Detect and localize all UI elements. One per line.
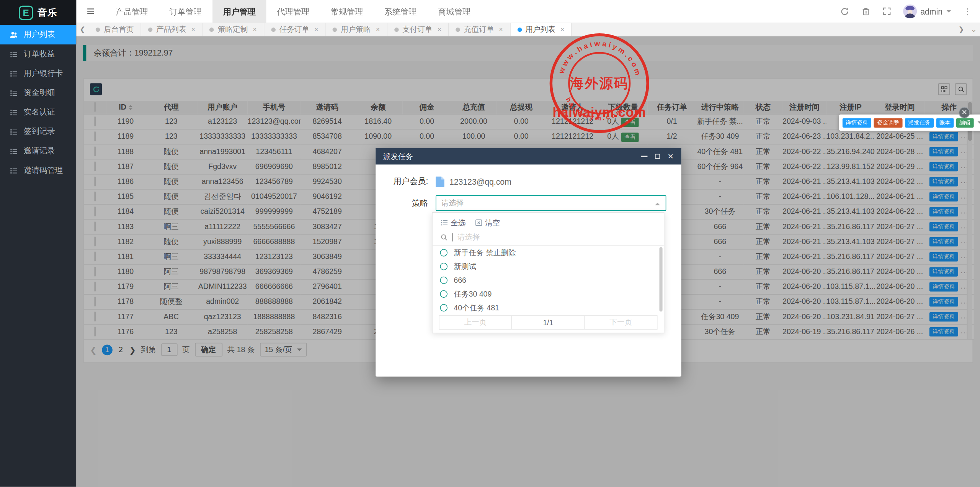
popup-button-编辑[interactable]: 编辑 [956, 118, 974, 127]
chevron-up-icon [655, 200, 660, 205]
trash-icon[interactable] [861, 7, 870, 16]
topnav-item-系统管理[interactable]: 系统管理 [374, 0, 427, 23]
chevron-down-icon [946, 10, 951, 15]
username-label: admin [920, 7, 942, 16]
dropdown-search-input[interactable]: 请选择 [433, 229, 664, 246]
sidebar-item-label: 用户列表 [24, 30, 55, 40]
radio-icon[interactable] [440, 249, 448, 257]
radio-icon[interactable] [440, 277, 448, 284]
user-menu[interactable]: admin [903, 4, 951, 18]
file-icon [436, 176, 444, 187]
minimize-icon[interactable] [641, 156, 647, 157]
clear-icon [475, 219, 483, 226]
tab-支付订单[interactable]: 支付订单× [387, 23, 449, 36]
strategy-option[interactable]: 666 [433, 273, 659, 287]
tabs-scroll-right-icon[interactable]: ❯ [955, 23, 968, 36]
strategy-option[interactable]: 40个任务 481 [433, 301, 659, 315]
sidebar-item-签到记录[interactable]: 签到记录 [0, 122, 76, 141]
tab-dot-icon [517, 27, 521, 31]
tab-任务订单[interactable]: 任务订单× [264, 23, 326, 36]
popup-button-账本[interactable]: 账本 [936, 118, 954, 127]
tab-dot-icon [394, 27, 399, 31]
modal-title: 派发任务 [383, 151, 413, 162]
sidebar-item-label: 实名认证 [24, 107, 55, 118]
tab-label: 产品列表 [156, 24, 186, 35]
search-placeholder: 请选择 [457, 232, 480, 243]
modal-titlebar[interactable]: 派发任务 ✕ [376, 148, 681, 164]
tab-close-icon[interactable]: × [499, 26, 503, 33]
radio-icon[interactable] [440, 290, 448, 298]
sidebar-item-邀请记录[interactable]: 邀请记录 [0, 141, 76, 161]
list-icon [9, 50, 18, 59]
tab-dot-icon [333, 27, 337, 31]
sidebar-item-用户银行卡[interactable]: 用户银行卡 [0, 64, 76, 84]
text-cursor [452, 233, 453, 241]
dropdown-prev-button[interactable]: 上一页 [439, 316, 511, 329]
topnav-item-用户管理[interactable]: 用户管理 [212, 0, 266, 23]
tab-close-icon[interactable]: × [560, 26, 565, 33]
tab-用户列表[interactable]: 用户列表× [510, 23, 572, 36]
sidebar-item-用户列表[interactable]: 用户列表 [0, 25, 76, 44]
menu-toggle-icon[interactable] [86, 7, 95, 16]
topnav-item-代理管理[interactable]: 代理管理 [266, 0, 320, 23]
popup-button-资金调整[interactable]: 资金调整 [874, 118, 902, 127]
strategy-option[interactable]: 新手任务 禁止删除 [433, 246, 659, 260]
maximize-icon[interactable] [655, 154, 660, 159]
strategy-option-label: 40个任务 481 [454, 302, 499, 313]
tab-产品列表[interactable]: 产品列表× [141, 23, 203, 36]
close-icon[interactable]: ✕ [668, 152, 674, 160]
tab-用户策略[interactable]: 用户策略× [326, 23, 387, 36]
tabs-menu-icon[interactable]: ⌄ [967, 23, 980, 36]
tab-close-icon[interactable]: × [253, 26, 257, 33]
tab-close-icon[interactable]: × [191, 26, 196, 33]
list-icon [9, 108, 18, 117]
topnav-item-订单管理[interactable]: 订单管理 [159, 0, 212, 23]
topbar-actions: admin ⋮ [840, 4, 980, 18]
topnav-item-常规管理[interactable]: 常规管理 [320, 0, 374, 23]
strategy-option-label: 666 [454, 276, 466, 285]
refresh-icon[interactable] [840, 7, 849, 16]
strategy-select[interactable]: 请选择 [436, 195, 666, 211]
tab-close-icon[interactable]: × [376, 26, 380, 33]
kebab-menu-icon[interactable]: ⋮ [963, 6, 972, 16]
tab-dot-icon [148, 27, 152, 31]
dropdown-scrollbar-thumb[interactable] [659, 247, 662, 312]
sidebar-item-实名认证[interactable]: 实名认证 [0, 103, 76, 122]
tab-dot-icon [456, 27, 460, 31]
topnav-item-商城管理[interactable]: 商城管理 [428, 0, 481, 23]
tabs-scroll-left-icon[interactable]: ❮ [76, 23, 89, 36]
tab-close-icon[interactable]: × [314, 26, 318, 33]
clear-selection-button[interactable]: 清空 [475, 217, 500, 228]
tab-close-icon[interactable]: × [437, 26, 441, 33]
strategy-label: 策略 [376, 197, 428, 208]
fullscreen-icon[interactable] [882, 7, 891, 16]
app-root: E 音乐 用户列表订单收益用户银行卡资金明细实名认证签到记录邀请记录邀请码管理 … [0, 0, 980, 487]
tab-策略定制[interactable]: 策略定制× [203, 23, 265, 36]
sidebar-item-订单收益[interactable]: 订单收益 [0, 44, 76, 64]
sidebar-item-label: 邀请码管理 [24, 165, 63, 176]
member-value: 123123@qq.com [449, 177, 511, 186]
tab-后台首页[interactable]: 后台首页 [89, 23, 141, 36]
popup-close-icon[interactable]: ✕ [959, 107, 970, 118]
popup-button-派发任务[interactable]: 派发任务 [905, 118, 934, 127]
sidebar-item-资金明细[interactable]: 资金明细 [0, 83, 76, 103]
strategy-option[interactable]: 任务30 409 [433, 287, 659, 301]
tab-dot-icon [210, 27, 214, 31]
sidebar-item-邀请码管理[interactable]: 邀请码管理 [0, 161, 76, 180]
strategy-options-list: 新手任务 禁止删除新测试666任务30 40940个任务 48160个任务 96… [433, 246, 659, 315]
radio-icon[interactable] [440, 304, 448, 312]
tab-label: 策略定制 [218, 24, 248, 35]
tab-充值订单[interactable]: 充值订单× [449, 23, 511, 36]
strategy-option[interactable]: 新测试 [433, 260, 659, 274]
radio-icon[interactable] [440, 263, 448, 271]
chevron-down-icon[interactable] [977, 121, 980, 126]
dropdown-next-button[interactable]: 下一页 [584, 316, 657, 329]
strategy-field-row: 策略 请选择 [376, 195, 681, 211]
brand-logo[interactable]: E 音乐 [0, 0, 76, 25]
list-icon [9, 166, 18, 175]
list-icon [9, 127, 18, 136]
popup-button-详情资料[interactable]: 详情资料 [843, 118, 871, 127]
select-all-button[interactable]: 全选 [441, 217, 466, 228]
tab-label: 用户列表 [525, 24, 555, 35]
topnav-item-产品管理[interactable]: 产品管理 [105, 0, 158, 23]
